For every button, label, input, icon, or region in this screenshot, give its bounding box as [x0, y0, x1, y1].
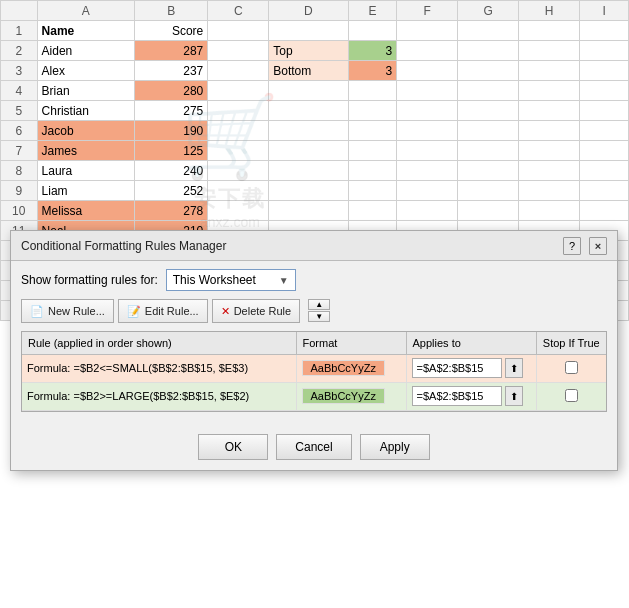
row-num-1[interactable]: 1 — [1, 21, 38, 41]
cell-e5[interactable] — [348, 101, 397, 121]
cell-e7[interactable] — [348, 141, 397, 161]
cell-i2[interactable] — [580, 41, 629, 61]
cell-a10[interactable]: Melissa — [37, 201, 135, 221]
cell-i3[interactable] — [580, 61, 629, 81]
col-header-a[interactable]: A — [37, 1, 135, 21]
cell-c3[interactable] — [208, 61, 269, 81]
cell-e4[interactable] — [348, 81, 397, 101]
cell-f2[interactable] — [397, 41, 458, 61]
cell-d8[interactable] — [269, 161, 348, 181]
dialog-help-button[interactable]: ? — [563, 237, 581, 255]
cell-b2[interactable]: 287 — [135, 41, 208, 61]
row-num-5[interactable]: 5 — [1, 101, 38, 121]
cell-d2[interactable]: Top — [269, 41, 348, 61]
cell-d6[interactable] — [269, 121, 348, 141]
cell-b5[interactable]: 275 — [135, 101, 208, 121]
cell-c4[interactable] — [208, 81, 269, 101]
cell-b4[interactable]: 280 — [135, 81, 208, 101]
cell-f6[interactable] — [397, 121, 458, 141]
col-header-b[interactable]: B — [135, 1, 208, 21]
cell-d10[interactable] — [269, 201, 348, 221]
cell-a1[interactable]: Name — [37, 21, 135, 41]
cell-h9[interactable] — [519, 181, 580, 201]
cell-h7[interactable] — [519, 141, 580, 161]
cell-d1[interactable] — [269, 21, 348, 41]
cell-i10[interactable] — [580, 201, 629, 221]
cell-h2[interactable] — [519, 41, 580, 61]
cell-c1[interactable] — [208, 21, 269, 41]
cell-e1[interactable] — [348, 21, 397, 41]
cell-h5[interactable] — [519, 101, 580, 121]
cell-i1[interactable] — [580, 21, 629, 41]
cell-e2[interactable]: 3 — [348, 41, 397, 61]
cell-a8[interactable]: Laura — [37, 161, 135, 181]
cell-f9[interactable] — [397, 181, 458, 201]
cell-h10[interactable] — [519, 201, 580, 221]
row-num-8[interactable]: 8 — [1, 161, 38, 181]
cell-i8[interactable] — [580, 161, 629, 181]
cell-d3[interactable]: Bottom — [269, 61, 348, 81]
col-header-i[interactable]: I — [580, 1, 629, 21]
cell-d5[interactable] — [269, 101, 348, 121]
col-header-c[interactable]: C — [208, 1, 269, 21]
cell-c8[interactable] — [208, 161, 269, 181]
ok-button[interactable]: OK — [198, 434, 268, 460]
cell-a5[interactable]: Christian — [37, 101, 135, 121]
cell-a4[interactable]: Brian — [37, 81, 135, 101]
row-num-10[interactable]: 10 — [1, 201, 38, 221]
cell-g6[interactable] — [458, 121, 519, 141]
cell-c7[interactable] — [208, 141, 269, 161]
cell-f10[interactable] — [397, 201, 458, 221]
cell-c6[interactable] — [208, 121, 269, 141]
cell-d9[interactable] — [269, 181, 348, 201]
row-num-9[interactable]: 9 — [1, 181, 38, 201]
cell-f5[interactable] — [397, 101, 458, 121]
edit-rule-button[interactable]: 📝 Edit Rule... — [118, 299, 208, 323]
cell-d7[interactable] — [269, 141, 348, 161]
applies-to-value-2[interactable]: =$A$2:$B$15 — [412, 386, 502, 406]
cell-b3[interactable]: 237 — [135, 61, 208, 81]
cell-f7[interactable] — [397, 141, 458, 161]
row-num-6[interactable]: 6 — [1, 121, 38, 141]
cell-g3[interactable] — [458, 61, 519, 81]
cell-c5[interactable] — [208, 101, 269, 121]
cell-b10[interactable]: 278 — [135, 201, 208, 221]
cell-a7[interactable]: James — [37, 141, 135, 161]
cell-i7[interactable] — [580, 141, 629, 161]
row-num-2[interactable]: 2 — [1, 41, 38, 61]
cell-c10[interactable] — [208, 201, 269, 221]
cell-h8[interactable] — [519, 161, 580, 181]
cell-g5[interactable] — [458, 101, 519, 121]
cell-b1[interactable]: Score — [135, 21, 208, 41]
new-rule-button[interactable]: 📄 New Rule... — [21, 299, 114, 323]
col-header-f[interactable]: F — [397, 1, 458, 21]
col-header-e[interactable]: E — [348, 1, 397, 21]
cell-i4[interactable] — [580, 81, 629, 101]
delete-rule-button[interactable]: ✕ Delete Rule — [212, 299, 300, 323]
cell-i9[interactable] — [580, 181, 629, 201]
cell-f3[interactable] — [397, 61, 458, 81]
cell-g2[interactable] — [458, 41, 519, 61]
cell-g7[interactable] — [458, 141, 519, 161]
cell-b6[interactable]: 190 — [135, 121, 208, 141]
cell-g8[interactable] — [458, 161, 519, 181]
row-num-7[interactable]: 7 — [1, 141, 38, 161]
dialog-close-button[interactable]: × — [589, 237, 607, 255]
cell-e9[interactable] — [348, 181, 397, 201]
rule-formula-1[interactable]: Formula: =$B2<=SMALL($B$2:$B$15, $E$3) — [22, 354, 296, 382]
cell-h4[interactable] — [519, 81, 580, 101]
cell-e8[interactable] — [348, 161, 397, 181]
cell-a6[interactable]: Jacob — [37, 121, 135, 141]
cell-g4[interactable] — [458, 81, 519, 101]
expand-applies-button-1[interactable]: ⬆ — [505, 358, 523, 378]
col-header-d[interactable]: D — [269, 1, 348, 21]
cell-a9[interactable]: Liam — [37, 181, 135, 201]
row-num-3[interactable]: 3 — [1, 61, 38, 81]
cell-e6[interactable] — [348, 121, 397, 141]
cell-a3[interactable]: Alex — [37, 61, 135, 81]
apply-button[interactable]: Apply — [360, 434, 430, 460]
cell-c2[interactable] — [208, 41, 269, 61]
cell-f8[interactable] — [397, 161, 458, 181]
cell-d4[interactable] — [269, 81, 348, 101]
expand-applies-button-2[interactable]: ⬆ — [505, 386, 523, 406]
